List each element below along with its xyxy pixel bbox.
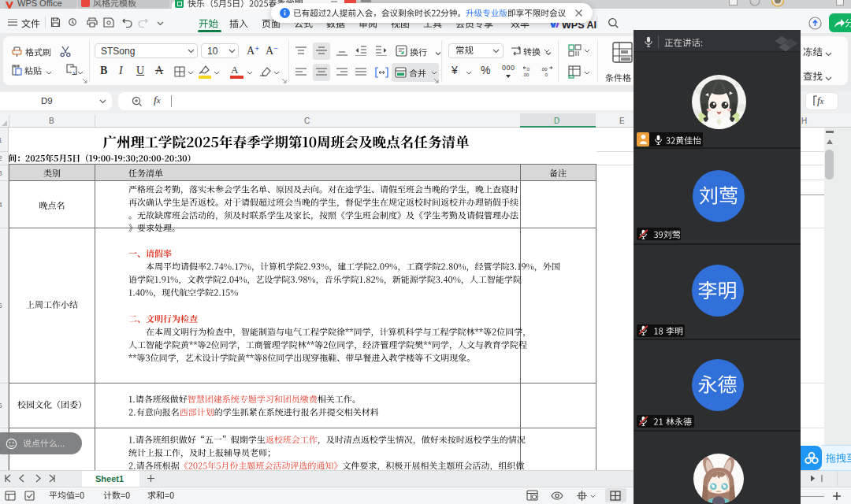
svg-text:.00: .00 bbox=[541, 67, 548, 72]
svg-text:.0: .0 bbox=[544, 72, 548, 77]
svg-text:.00: .00 bbox=[522, 72, 530, 77]
